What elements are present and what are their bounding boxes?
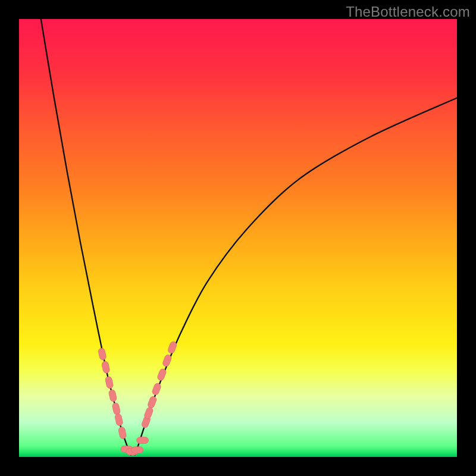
marker-bottom-2 [131, 447, 143, 453]
watermark-text: TheBottleneck.com [346, 4, 470, 20]
svg-rect-0 [98, 347, 107, 361]
svg-rect-9 [147, 396, 157, 409]
marker-left-4 [112, 402, 121, 415]
marker-right-2 [147, 396, 157, 409]
marker-bottom-3 [137, 437, 149, 444]
svg-rect-1 [101, 361, 110, 374]
marker-left-1 [101, 361, 110, 374]
curve-right-curve [135, 98, 457, 455]
svg-rect-4 [112, 402, 121, 415]
curve-overlay [19, 19, 457, 457]
marker-layer [98, 341, 177, 455]
marker-left-0 [98, 347, 107, 361]
marker-right-3 [151, 383, 161, 396]
marker-left-6 [118, 427, 127, 440]
marker-left-2 [105, 376, 114, 389]
svg-rect-6 [118, 427, 127, 440]
svg-rect-2 [105, 376, 114, 389]
svg-rect-3 [108, 389, 117, 402]
marker-left-5 [114, 413, 123, 426]
curve-left-curve [41, 19, 131, 455]
marker-left-3 [108, 389, 117, 402]
svg-rect-16 [131, 447, 143, 453]
svg-rect-10 [151, 383, 161, 396]
curve-layer [41, 19, 457, 455]
svg-rect-5 [114, 413, 123, 426]
svg-rect-17 [137, 437, 149, 444]
image-frame: TheBottleneck.com [0, 0, 476, 476]
plot-area [19, 19, 457, 457]
